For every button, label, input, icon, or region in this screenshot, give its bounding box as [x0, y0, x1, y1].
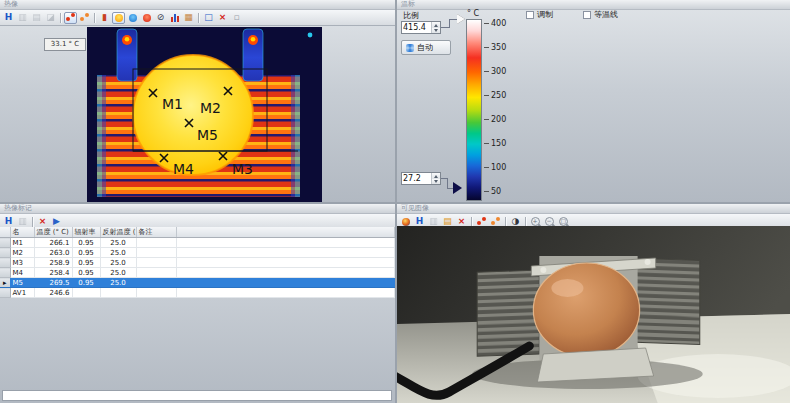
tick-250: 250	[484, 91, 506, 100]
spin-down-icon[interactable]	[432, 179, 440, 185]
ratio-label: 比例	[403, 10, 419, 21]
export-icon[interactable]: ◪	[44, 12, 57, 24]
image-icon[interactable]: ▦	[182, 12, 195, 24]
copper-disc	[533, 263, 639, 357]
marker-m4-label[interactable]: M4	[173, 161, 194, 177]
delete-icon[interactable]: ×	[36, 216, 49, 228]
min-temp-input[interactable]	[402, 173, 431, 184]
marker-m3-label[interactable]: M3	[232, 161, 253, 177]
col-emissivity[interactable]: 辐射率	[72, 227, 100, 238]
select-rect-icon[interactable]: □	[202, 12, 215, 24]
tick-150: 150	[484, 139, 506, 148]
palette-hot-icon[interactable]	[140, 12, 153, 24]
palette-cool-icon[interactable]	[126, 12, 139, 24]
tick-50: 50	[484, 187, 501, 196]
right-post	[243, 29, 263, 81]
thermal-image[interactable]: M1 M2 M5 M4 M3	[87, 27, 322, 202]
markers-table-panel: 热像标记 H▥×▶ 名 温度 (° C) 辐射率 反射温度 (° 备注 M126…	[0, 204, 395, 403]
marker-m2-label[interactable]: M2	[200, 100, 221, 116]
isotherm-checkbox[interactable]	[583, 11, 591, 19]
profile-red-icon[interactable]	[64, 12, 77, 24]
table-row[interactable]: M4258.4 0.9525.0	[0, 268, 395, 278]
hot-disc	[133, 55, 253, 175]
marker-m1-label[interactable]: M1	[162, 96, 183, 112]
col-reflected[interactable]: 反射温度 (°	[100, 227, 136, 238]
exclude-icon[interactable]: ⊘	[154, 12, 167, 24]
thermal-panel-title: 热像	[0, 0, 395, 10]
histogram-icon[interactable]	[168, 12, 181, 24]
col-note[interactable]: 备注	[136, 227, 176, 238]
max-temp-spinner	[401, 21, 441, 34]
clamp-base	[537, 348, 653, 382]
print-icon[interactable]: ▤	[30, 12, 43, 24]
min-level-marker[interactable]	[453, 182, 462, 194]
right-heatsink	[636, 258, 700, 344]
app-window: 热像 H▥▤◪▮⊘▦□×▫	[0, 0, 790, 403]
table-row[interactable]: M2263.0 0.9525.0	[0, 248, 395, 258]
auto-scale-button[interactable]: 自动	[401, 40, 451, 55]
table-row[interactable]: M1266.1 0.9525.0	[0, 238, 395, 248]
max-level-marker[interactable]	[457, 14, 465, 24]
visible-image[interactable]	[397, 226, 790, 403]
copy-icon[interactable]: ▥	[16, 216, 29, 228]
note-input[interactable]	[2, 390, 392, 401]
save-icon[interactable]: H	[2, 12, 15, 24]
thermometer-icon[interactable]: ▮	[98, 12, 111, 24]
selected-row-indicator: ▸	[0, 278, 10, 288]
profile-orange-icon[interactable]	[78, 12, 91, 24]
left-post	[117, 29, 137, 81]
marker-m5-label[interactable]: M5	[197, 127, 218, 143]
visible-panel-title: 可见图像	[397, 204, 790, 214]
tick-400: 400	[484, 19, 506, 28]
tick-300: 300	[484, 67, 506, 76]
thermal-toolbar: H▥▤◪▮⊘▦□×▫	[0, 10, 395, 26]
blend-checkbox-row: 调制	[526, 9, 553, 20]
tick-100: 100	[484, 163, 506, 172]
table-header-row: 名 温度 (° C) 辐射率 反射温度 (° 备注	[0, 227, 395, 238]
copy-icon[interactable]: ▥	[16, 12, 29, 24]
markers-table: 名 温度 (° C) 辐射率 反射温度 (° 备注 M1266.1 0.9525…	[0, 227, 395, 298]
blend-checkbox[interactable]	[526, 11, 534, 19]
send-icon[interactable]: ▶	[50, 216, 63, 228]
table-row-selected[interactable]: ▸ M5269.5 0.9525.0	[0, 278, 395, 288]
table-row[interactable]: AV1246.6	[0, 288, 395, 298]
color-scale-bar[interactable]	[466, 19, 482, 201]
auto-icon	[406, 44, 414, 52]
delete-icon[interactable]: ×	[216, 12, 229, 24]
markers-panel-title: 热像标记	[0, 204, 395, 214]
unit-label: ° C	[467, 9, 479, 18]
scale-panel: 温标 比例 ° C 自动 400 350 300 250 200 150 100…	[397, 0, 790, 202]
report-icon[interactable]: ▫	[230, 12, 243, 24]
tick-350: 350	[484, 43, 506, 52]
row-gutter-header	[0, 227, 10, 238]
cursor-temperature-label: 33.1 ° C	[44, 38, 86, 51]
palette-warm-icon[interactable]	[112, 12, 125, 24]
visible-panel: 可见图像 H▥▤×◑+−□	[397, 204, 790, 403]
tick-200: 200	[484, 115, 506, 124]
min-temp-spinner	[401, 172, 441, 185]
save-icon[interactable]: H	[2, 216, 15, 228]
table-row[interactable]: M3258.9 0.9525.0	[0, 258, 395, 268]
thermal-panel: 热像 H▥▤◪▮⊘▦□×▫	[0, 0, 395, 202]
spin-down-icon[interactable]	[432, 28, 440, 34]
col-filler	[176, 227, 395, 238]
max-temp-input[interactable]	[402, 22, 431, 33]
isotherm-checkbox-row: 等温线	[583, 9, 618, 20]
col-temperature[interactable]: 温度 (° C)	[34, 227, 72, 238]
col-name[interactable]: 名	[10, 227, 34, 238]
